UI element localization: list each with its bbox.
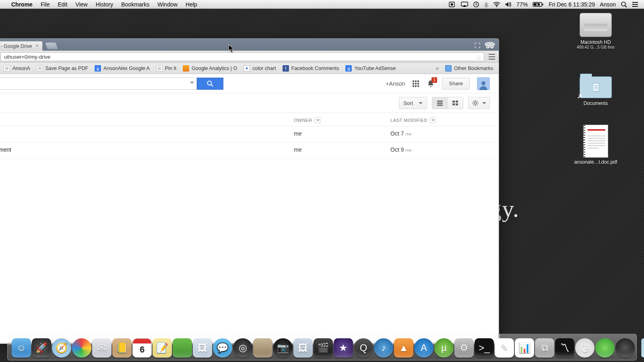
desktop-pdf-file[interactable]: ansonale…t.doc.pdf [572,125,620,165]
dock-appstore[interactable]: A [414,338,433,358]
url-text: uthuser=0#my-drive [4,54,50,60]
bookmark-item[interactable]: color chart [240,64,279,73]
bookmark-label: AnsonA [12,66,30,71]
menu-file[interactable]: File [37,1,54,8]
bookmark-item[interactable]: gYouTube AdSense [342,64,399,73]
share-button[interactable]: Share [442,78,470,90]
svg-line-55 [477,105,478,105]
grid-icon [244,65,250,72]
dock-launchpad[interactable]: 🚀 [32,338,51,358]
bookmark-star-icon[interactable]: ☆ [476,53,481,62]
dock-finder[interactable]: ☺ [12,338,31,358]
dock-mail[interactable]: ✉ [92,338,111,358]
google-plus-link[interactable]: +Anson [386,80,405,87]
svg-point-40 [430,86,431,87]
page-icon [37,65,43,72]
dock-chrome[interactable] [72,338,91,358]
dock-screenshot[interactable]: ⧉ [535,338,554,358]
dock-fcp[interactable]: 🎬 [314,338,333,358]
other-bookmarks[interactable]: Other Bookmarks [442,64,496,73]
window-fullscreen-icon[interactable] [475,43,480,48]
list-view-button[interactable] [432,97,448,109]
dock-imovie[interactable]: ★ [334,338,353,358]
file-owner: me [294,146,301,153]
bookmark-label: AnsonAlex Google A [103,66,150,71]
dock-itunes[interactable]: ♪ [374,338,393,358]
dock-calendar[interactable]: 6 [132,338,152,358]
tab-close-icon[interactable]: × [34,43,40,49]
svg-point-25 [491,46,492,47]
dock-photos[interactable]: 🖼 [293,338,313,358]
dock-contacts[interactable]: 📒 [112,338,132,358]
battery-icon[interactable] [530,2,546,7]
chrome-menu-icon[interactable] [487,53,496,60]
bookmark-item[interactable]: fFacebook Comments [279,64,343,73]
screen-record-icon[interactable] [446,2,458,7]
menu-history[interactable]: History [92,1,118,8]
sort-button[interactable]: Sort [399,97,427,109]
dock-camera1[interactable]: ◎ [233,338,252,358]
file-row[interactable]: ument me Oct 9me [0,142,499,158]
account-avatar[interactable] [477,77,490,90]
dock-steam[interactable] [615,338,635,358]
spotlight-icon[interactable] [618,1,630,8]
dock-downloads-folder[interactable] [641,338,644,358]
apps-grid-icon[interactable] [412,80,419,87]
menu-edit[interactable]: Edit [54,1,71,8]
bookmark-item[interactable]: AnsonA [0,64,33,73]
volume-icon[interactable] [503,2,514,7]
dock-clock[interactable]: ◷ [575,338,594,358]
file-row[interactable]: me Oct 7me [0,126,499,142]
dock-messages[interactable]: 💬 [213,338,232,358]
dock-quicktime[interactable]: Q [354,338,373,358]
notifications-icon[interactable]: 1 [427,80,435,88]
menu-view[interactable]: View [72,1,92,8]
dock-vlc[interactable]: ▲ [394,338,413,358]
col-owner[interactable]: OWNER [294,116,320,123]
desktop-hd[interactable]: Macintosh HD 499.42 G…5 GB free [572,13,620,49]
dock-spotify[interactable] [595,338,615,358]
dock-sysprefs[interactable]: ⚙ [454,338,474,358]
clock[interactable]: Fri Dec 6 11:35:29 [546,1,597,8]
incognito-icon [483,40,496,51]
desktop-documents-folder[interactable]: Documents [572,72,620,106]
dock-camera2[interactable]: 📷 [273,338,293,358]
grid-view-button[interactable] [448,97,463,109]
dock-terminal[interactable]: >_ [475,338,494,358]
wifi-icon[interactable] [491,2,503,7]
bookmark-item[interactable]: Pin It [153,64,180,73]
app-name[interactable]: Chrome [7,1,37,8]
dock-preview[interactable]: 🖼 [193,338,212,358]
drive-search-input[interactable] [0,78,197,90]
menu-window[interactable]: Window [153,1,182,8]
svg-rect-37 [413,85,414,87]
menu-help[interactable]: Help [182,1,201,8]
col-modified[interactable]: LAST MODIFIED [390,116,436,123]
timemachine-icon[interactable] [471,1,482,8]
notification-center-icon[interactable] [630,2,641,7]
dock-activity[interactable]: 〽 [555,338,574,358]
bookmark-item[interactable]: Save Page as PDF [33,64,91,73]
dropdown-icon[interactable] [190,82,194,86]
dock-notes[interactable]: 📝 [153,338,172,358]
dock-evernote[interactable] [173,338,192,358]
settings-button[interactable] [468,97,490,109]
drive-search-button[interactable] [197,78,223,90]
dock-utorrent[interactable]: µ [434,338,454,358]
user-menu[interactable]: Anson [597,1,618,8]
airplay-icon[interactable] [458,2,471,7]
dock-gimp[interactable] [253,338,272,358]
svg-point-16 [633,6,634,7]
dock-safari[interactable]: 🧭 [52,338,71,358]
bookmark-item[interactable]: gAnsonAlex Google A [91,64,153,73]
file-owner: me [294,130,301,137]
browser-tab[interactable]: ve - Google Drive × [0,41,43,51]
bluetooth-icon[interactable] [482,1,491,8]
dock-numbers[interactable]: 📊 [515,338,534,358]
menu-bookmarks[interactable]: Bookmarks [117,1,153,8]
new-tab-button[interactable] [45,42,58,49]
bookmark-item[interactable]: Google Analytics | O [180,64,240,73]
dock-textedit[interactable]: ✎ [495,338,514,358]
bookmarks-overflow[interactable]: » [433,66,442,71]
url-input[interactable]: uthuser=0#my-drive ☆ [0,52,484,61]
